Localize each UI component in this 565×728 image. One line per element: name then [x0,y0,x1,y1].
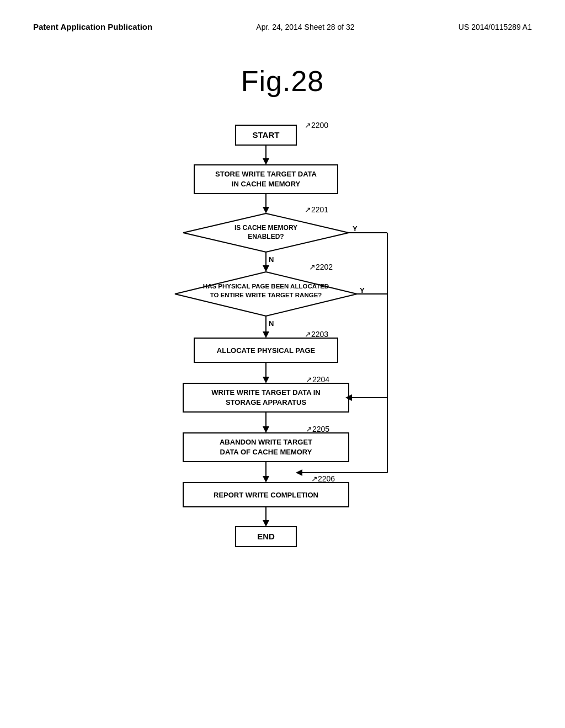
start-label: START [253,130,280,140]
process-abandon-label-1: ABANDON WRITE TARGET [220,438,312,446]
yes-phys: Y [360,286,365,295]
diamond-phys-label-2: TO ENTIRE WRITE TARGET RANGE? [210,292,322,298]
ref-2202: ↗2202 [309,263,333,271]
process-write-label-2: STORAGE APPARATUS [226,398,306,406]
ref-2204: ↗2204 [306,375,329,384]
no-cache: N [269,255,274,264]
svg-marker-5 [263,207,269,213]
process-store-label-2: IN CACHE MEMORY [232,180,301,188]
svg-marker-2 [263,158,269,165]
no-phys: N [269,319,274,328]
diamond-cache-label-1: IS CACHE MEMORY [234,224,297,232]
ref-2201: ↗2201 [305,205,328,214]
process-allocate-label: ALLOCATE PHYSICAL PAGE [217,346,316,355]
ref-2206: ↗2206 [311,474,335,483]
svg-rect-18 [183,383,349,412]
svg-marker-23 [263,426,269,433]
diamond-cache-label-2: ENABLED? [248,233,284,240]
figure-title: Fig.28 [33,65,532,98]
ref-2200: ↗2200 [305,121,328,130]
ref-2205: ↗2205 [306,425,329,433]
process-abandon-label-2: DATA OF CACHE MEMORY [220,448,312,456]
svg-rect-3 [194,165,338,194]
svg-marker-11 [263,265,269,272]
header-left: Patent Application Publication [33,22,152,31]
end-label: END [257,532,275,541]
yes-cache: Y [353,224,358,233]
svg-marker-29 [263,520,269,527]
svg-marker-9 [296,469,302,476]
diamond-phys-label-1: HAS PHYSICAL PAGE BEEN ALLOCATED [203,283,329,290]
svg-marker-14 [263,331,269,338]
ref-2203: ↗2203 [305,330,328,339]
process-write-label-1: WRITE WRITE TARGET DATA IN [211,388,320,397]
header-center: Apr. 24, 2014 Sheet 28 of 32 [256,23,354,31]
header-right: US 2014/0115289 A1 [459,23,532,31]
process-report-label: REPORT WRITE COMPLETION [214,491,318,499]
page: Patent Application Publication Apr. 24, … [0,0,565,728]
svg-marker-26 [263,476,269,483]
process-store-label-1: STORE WRITE TARGET DATA [215,170,317,178]
flowchart-diagram: START ↗2200 STORE WRITE TARGET DATA IN C… [128,120,437,588]
svg-marker-17 [263,377,269,383]
header: Patent Application Publication Apr. 24, … [33,22,532,31]
svg-rect-24 [183,433,349,462]
